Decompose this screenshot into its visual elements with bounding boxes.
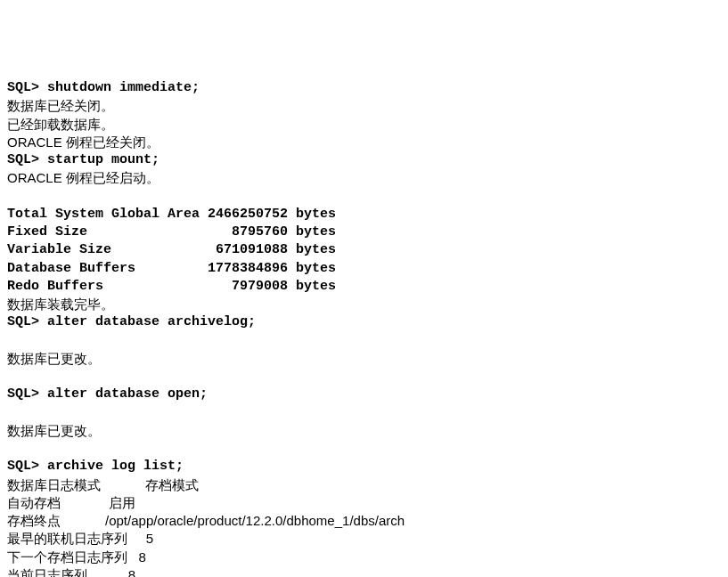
terminal-line: 数据库已更改。 [7, 350, 721, 368]
terminal-line: 下一个存档日志序列 8 [7, 549, 721, 566]
terminal-line [7, 368, 721, 386]
terminal-line: SQL> startup mount; [7, 151, 721, 169]
terminal-line [7, 440, 721, 458]
terminal-line: Fixed Size 8795760 bytes [7, 223, 721, 241]
terminal-output: SQL> shutdown immediate;数据库已经关闭。已经卸载数据库。… [7, 79, 721, 577]
terminal-line: 数据库已更改。 [7, 422, 721, 440]
terminal-line [7, 332, 721, 350]
terminal-line: 最早的联机日志序列 5 [7, 530, 721, 548]
terminal-line: Variable Size 671091088 bytes [7, 241, 721, 259]
terminal-line [7, 404, 721, 422]
terminal-line: 数据库已经关闭。 [7, 97, 721, 115]
terminal-line: SQL> alter database archivelog; [7, 313, 721, 331]
terminal-line: 已经卸载数据库。 [7, 116, 721, 134]
terminal-line: SQL> shutdown immediate; [7, 79, 721, 97]
terminal-line: SQL> archive log list; [7, 458, 721, 475]
terminal-line: Redo Buffers 7979008 bytes [7, 278, 721, 296]
terminal-line: 当前日志序列 8 [7, 566, 721, 577]
terminal-line [7, 188, 721, 206]
terminal-line: ORACLE 例程已经启动。 [7, 169, 721, 187]
terminal-line: 数据库装载完毕。 [7, 296, 721, 313]
terminal-line: 数据库日志模式 存档模式 [7, 476, 721, 494]
terminal-line: Total System Global Area 2466250752 byte… [7, 206, 721, 223]
terminal-line: 自动存档 启用 [7, 494, 721, 512]
terminal-line: ORACLE 例程已经关闭。 [7, 134, 721, 151]
terminal-line: Database Buffers 1778384896 bytes [7, 260, 721, 278]
terminal-line: 存档终点 /opt/app/oracle/product/12.2.0/dbho… [7, 512, 721, 530]
terminal-line: SQL> alter database open; [7, 386, 721, 403]
